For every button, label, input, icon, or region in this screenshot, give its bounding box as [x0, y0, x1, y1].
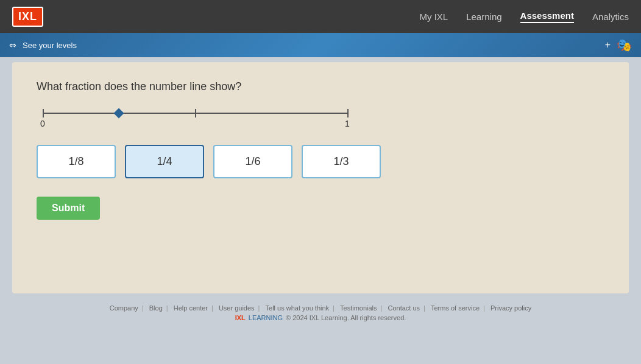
tick-end	[347, 109, 349, 117]
footer-copyright: © 2024 IXL Learning. All rights reserved…	[286, 314, 406, 321]
choice-1-3[interactable]: 1/3	[302, 145, 381, 178]
marker-diamond	[114, 108, 124, 119]
answer-choices: 1/8 1/4 1/6 1/3	[37, 145, 604, 178]
footer-help[interactable]: Help center	[174, 304, 208, 312]
main-content: What fraction does the number line show?…	[12, 62, 629, 293]
choice-1-4[interactable]: 1/4	[125, 145, 204, 178]
levels-icon: ⇔	[9, 40, 16, 50]
sub-header-right: + 🎭	[605, 38, 632, 52]
tick-start	[43, 109, 44, 117]
footer-tell-us[interactable]: Tell us what you think	[266, 304, 330, 312]
question-text: What fraction does the number line show?	[37, 80, 604, 93]
footer-ixl-logo: IXL	[235, 314, 246, 321]
footer-blog[interactable]: Blog	[149, 304, 163, 312]
nav-analytics[interactable]: Analytics	[592, 12, 629, 22]
nav-assessment[interactable]: Assessment	[520, 10, 574, 23]
choice-1-6[interactable]: 1/6	[213, 145, 292, 178]
footer-learning-text: LEARNING	[249, 314, 283, 321]
add-icon[interactable]: +	[605, 40, 611, 51]
footer-links: Company| Blog| Help center| User guides|…	[6, 304, 635, 312]
marker	[115, 108, 122, 119]
footer-user-guides[interactable]: User guides	[219, 304, 255, 312]
number-line: 0 1	[43, 105, 347, 130]
number-line-container: 0 1	[37, 105, 604, 130]
see-levels-link[interactable]: See your levels	[23, 41, 77, 50]
sub-header: ⇔ See your levels + 🎭	[0, 33, 641, 57]
avatar-icon[interactable]: 🎭	[617, 38, 632, 52]
footer-privacy[interactable]: Privacy policy	[490, 304, 531, 312]
nav-learning[interactable]: Learning	[466, 12, 501, 22]
ixl-logo: IXL	[12, 7, 43, 27]
navbar: IXL My IXL Learning Assessment Analytics	[0, 0, 641, 33]
screen: IXL My IXL Learning Assessment Analytics…	[0, 0, 641, 364]
footer-contact[interactable]: Contact us	[388, 304, 420, 312]
tick-half	[195, 109, 196, 117]
choice-1-8[interactable]: 1/8	[37, 145, 116, 178]
footer-company[interactable]: Company	[110, 304, 138, 312]
nav-my-ixl[interactable]: My IXL	[420, 12, 448, 22]
tick-label-end: 1	[345, 119, 350, 128]
footer: Company| Blog| Help center| User guides|…	[0, 298, 641, 327]
footer-logo: IXL LEARNING © 2024 IXL Learning. All ri…	[6, 314, 635, 321]
submit-button[interactable]: Submit	[37, 197, 100, 220]
tick-label-start: 0	[40, 119, 45, 128]
nav-links: My IXL Learning Assessment Analytics	[420, 10, 629, 23]
footer-testimonials[interactable]: Testimonials	[340, 304, 377, 312]
footer-terms[interactable]: Terms of service	[431, 304, 480, 312]
